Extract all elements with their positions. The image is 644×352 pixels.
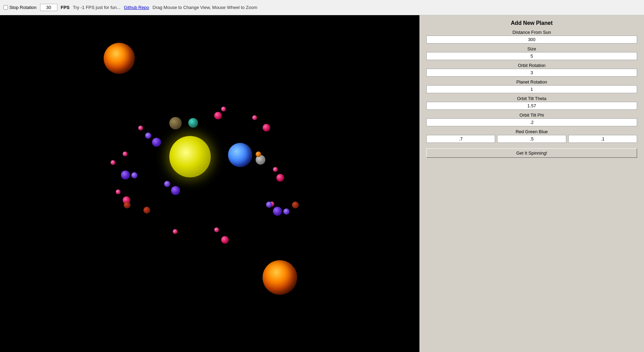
planet-pink-14 (123, 151, 127, 156)
get-spinning-button[interactable]: Get It Spinning! (426, 148, 637, 158)
sidebar-title: Add New Planet (426, 20, 637, 26)
orbit-tilt-theta-input[interactable] (426, 102, 637, 110)
distance-label: Distance From Sun (426, 30, 637, 35)
planet-orange-small (256, 151, 261, 157)
solar-system-canvas[interactable] (0, 15, 419, 352)
blue-input[interactable] (568, 135, 637, 143)
planet-pink-11 (116, 189, 121, 194)
size-label: Size (426, 46, 637, 51)
fps-label: FPS (61, 5, 69, 10)
planet-rotation-label: Planet Rotation (426, 79, 637, 85)
planet-pink-3 (252, 115, 257, 120)
orbit-tilt-phi-input[interactable] (426, 118, 637, 126)
github-link[interactable]: Github Repo (124, 5, 149, 10)
planet-olive (169, 117, 182, 129)
planet-darkred-1 (124, 202, 131, 208)
planet-purple-6 (171, 186, 180, 195)
planet-pink-9 (221, 236, 229, 244)
planet-darkred-2 (143, 207, 150, 214)
planet-orange-large-bottom (263, 260, 297, 295)
orbit-tilt-theta-label: Orbit Tilt Theta (426, 96, 637, 101)
planet-pink-2 (221, 107, 226, 111)
distance-input[interactable] (426, 36, 637, 43)
main-layout: Add New Planet Distance From Sun Size Or… (0, 15, 644, 352)
fps-input[interactable] (40, 4, 57, 11)
planet-pink-1 (214, 112, 222, 119)
orbit-rotation-input[interactable] (426, 69, 637, 77)
planet-darkred-3 (292, 202, 299, 208)
rgb-label: Red Green Blue (426, 129, 637, 134)
planet-blue (228, 143, 252, 167)
green-input[interactable] (497, 135, 566, 143)
planet-pink-15 (138, 126, 143, 130)
rgb-row (426, 135, 637, 143)
planet-purple-8 (273, 207, 282, 216)
hint-text: Try -1 FPS just for fun... (73, 5, 121, 10)
planet-purple-5 (164, 181, 170, 187)
top-bar: Stop Rotation FPS Try -1 FPS just for fu… (0, 0, 644, 15)
red-input[interactable] (426, 135, 495, 143)
planet-pink-4 (263, 124, 270, 131)
drag-hint-text: Drag Mouse to Change View, Mouse Wheel t… (153, 5, 257, 10)
planet-pink-10 (173, 229, 178, 234)
planet-pink-6 (276, 174, 284, 182)
planet-orange-large-top (104, 43, 135, 74)
stop-rotation-label: Stop Rotation (3, 5, 37, 10)
orbit-rotation-label: Orbit Rotation (426, 63, 637, 68)
planet-teal (188, 118, 198, 128)
sun (169, 136, 211, 177)
size-input[interactable] (426, 52, 637, 60)
planet-pink-5 (273, 167, 278, 172)
stop-rotation-text: Stop Rotation (9, 5, 37, 10)
planet-rotation-input[interactable] (426, 85, 637, 93)
stop-rotation-checkbox[interactable] (3, 5, 8, 10)
orbit-tilt-phi-label: Orbit Tilt Phi (426, 113, 637, 118)
planet-purple-9 (283, 208, 290, 215)
planet-purple-1 (121, 170, 130, 179)
planet-purple-3 (145, 133, 151, 139)
planet-purple-7 (266, 202, 272, 208)
planet-pink-8 (214, 227, 219, 232)
planet-pink-13 (111, 160, 115, 165)
sidebar: Add New Planet Distance From Sun Size Or… (419, 15, 644, 352)
planet-purple-4 (152, 138, 161, 147)
planet-purple-2 (131, 172, 138, 178)
